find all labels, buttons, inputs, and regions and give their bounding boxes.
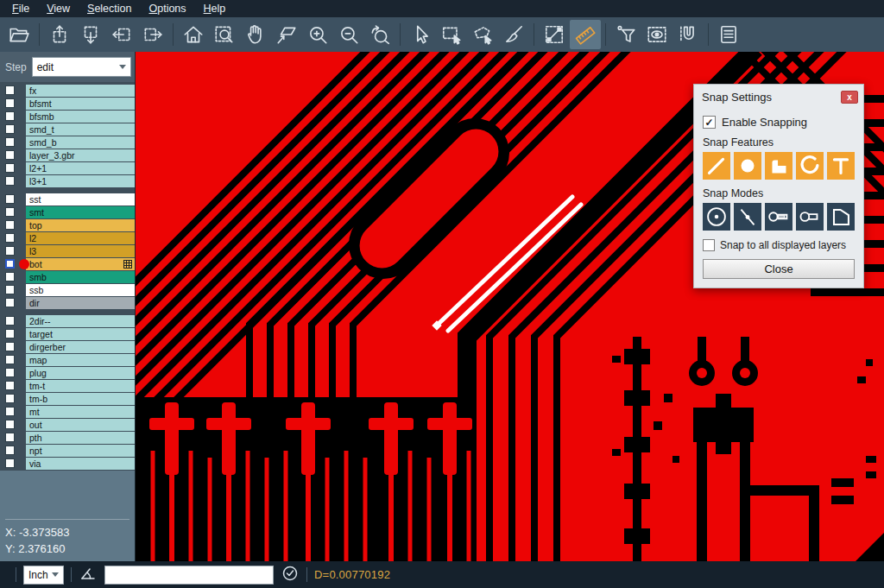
select-rectangle-button[interactable] [436, 20, 467, 49]
layer-name[interactable]: smt [26, 206, 135, 218]
layer-visibility-checkbox[interactable] [5, 407, 15, 416]
layer-visibility-checkbox[interactable] [5, 298, 15, 307]
close-icon[interactable]: x [841, 91, 858, 104]
layer-visibility-checkbox[interactable] [5, 458, 15, 468]
menu-file[interactable]: File [3, 1, 38, 16]
view-area-button[interactable] [641, 20, 672, 49]
layer-name[interactable]: bfsmt [26, 98, 135, 110]
layer-name[interactable]: npt [26, 445, 135, 457]
close-button[interactable]: Close [703, 259, 855, 279]
snap-feature-line-button[interactable] [703, 152, 730, 180]
snap-magnet-button[interactable] [672, 20, 704, 49]
layer-visibility-checkbox[interactable] [5, 316, 15, 326]
layer-visibility-checkbox[interactable] [5, 433, 15, 442]
pcb-canvas[interactable]: Snap Settings x ✓ Enable Snapping Snap F… [136, 52, 884, 561]
layer-name[interactable]: smd_t [26, 123, 135, 136]
layer-name[interactable]: l2 [26, 232, 135, 244]
scroll-right-button[interactable] [137, 20, 168, 49]
layer-row-target[interactable]: target [0, 328, 135, 340]
layer-name[interactable]: bfsmb [26, 111, 135, 123]
layer-row-ssb[interactable]: ssb [0, 284, 135, 296]
layer-row-out[interactable]: out [0, 419, 135, 431]
layer-name[interactable]: dir [26, 297, 135, 309]
layer-row-l2+1[interactable]: l2+1 [0, 162, 135, 174]
layer-row-bot[interactable]: bot [0, 258, 135, 270]
layer-row-smt[interactable]: smt [0, 206, 135, 218]
pan-hand-button[interactable] [240, 20, 271, 49]
snap-mode-center-button[interactable] [703, 203, 730, 231]
layer-visibility-checkbox[interactable] [5, 381, 15, 390]
layer-visibility-checkbox[interactable] [5, 355, 15, 364]
layer-row-smd_t[interactable]: smd_t [0, 123, 135, 136]
clean-selection-button[interactable] [498, 20, 529, 49]
layer-name[interactable]: tm-b [26, 393, 135, 405]
step-select[interactable]: edit [32, 57, 131, 77]
layer-visibility-checkbox[interactable] [5, 124, 15, 134]
layer-row-smd_b[interactable]: smd_b [0, 136, 135, 149]
enable-snapping-checkbox[interactable]: ✓ [703, 116, 716, 129]
layer-visibility-checkbox[interactable] [5, 394, 15, 403]
layer-visibility-checkbox[interactable] [5, 342, 15, 351]
scroll-left-button[interactable] [106, 20, 137, 49]
layer-row-map[interactable]: map [0, 354, 135, 366]
layer-row-pth[interactable]: pth [0, 432, 135, 444]
layer-visibility-checkbox[interactable] [5, 176, 15, 186]
zoom-out-button[interactable] [333, 20, 364, 49]
layer-name[interactable]: smd_b [26, 136, 135, 149]
layer-visibility-checkbox[interactable] [5, 194, 15, 204]
dialog-titlebar[interactable]: Snap Settings x [694, 85, 863, 109]
layer-name[interactable]: l2+1 [26, 162, 135, 174]
layer-name[interactable]: sst [26, 193, 135, 205]
layer-row-dirgerber[interactable]: dirgerber [0, 341, 135, 353]
scroll-down-button[interactable] [75, 20, 106, 49]
layer-visibility-checkbox[interactable] [5, 233, 15, 243]
layer-row-2dir--[interactable]: 2dir-- [0, 315, 135, 327]
measure-distance-button[interactable] [539, 20, 570, 49]
layer-visibility-checkbox[interactable] [5, 259, 15, 269]
layer-name[interactable]: mt [26, 406, 135, 418]
snap-toggle-icon[interactable] [281, 564, 300, 586]
snap-feature-pad-button[interactable] [734, 152, 761, 180]
layer-row-via[interactable]: via [0, 458, 135, 470]
zoom-in-button[interactable] [302, 20, 333, 49]
layer-visibility-checkbox[interactable] [5, 446, 15, 455]
layer-name[interactable]: target [26, 328, 135, 340]
grid-icon[interactable] [123, 260, 132, 269]
snap-feature-surface-button[interactable] [765, 152, 792, 180]
layer-name[interactable]: layer_3.gbr [26, 149, 135, 161]
layer-visibility-checkbox[interactable] [5, 420, 15, 429]
open-project-button[interactable] [3, 20, 35, 49]
active-layer-color-dot[interactable] [19, 259, 29, 269]
snap-all-layers-row[interactable]: Snap to all displayed layers [703, 239, 855, 251]
layer-name[interactable]: ssb [26, 284, 135, 296]
layer-name[interactable]: tm-t [26, 380, 135, 392]
layer-row-fx[interactable]: fx [0, 85, 135, 97]
layer-name[interactable]: out [26, 419, 135, 431]
layer-row-plug[interactable]: plug [0, 367, 135, 379]
layer-row-sst[interactable]: sst [0, 193, 135, 205]
scroll-up-button[interactable] [44, 20, 75, 49]
snap-feature-text-button[interactable] [827, 152, 855, 180]
layer-row-l3[interactable]: l3 [0, 245, 135, 257]
layer-name[interactable]: dirgerber [26, 341, 135, 353]
layer-visibility-checkbox[interactable] [5, 246, 15, 256]
layer-name[interactable]: top [26, 219, 135, 231]
layer-row-mt[interactable]: mt [0, 406, 135, 418]
layer-visibility-checkbox[interactable] [5, 150, 15, 160]
layer-visibility-checkbox[interactable] [5, 329, 15, 338]
zoom-previous-button[interactable] [364, 20, 395, 49]
layer-row-top[interactable]: top [0, 219, 135, 231]
select-arrow-button[interactable] [405, 20, 436, 49]
snap-all-layers-checkbox[interactable] [703, 239, 715, 251]
layer-row-l2[interactable]: l2 [0, 232, 135, 244]
home-view-button[interactable] [178, 20, 209, 49]
layer-visibility-checkbox[interactable] [5, 272, 15, 281]
layer-name[interactable]: pth [26, 432, 135, 444]
layer-name[interactable]: map [26, 354, 135, 366]
layer-visibility-checkbox[interactable] [5, 220, 15, 230]
layer-visibility-checkbox[interactable] [5, 163, 15, 173]
layer-row-dir[interactable]: dir [0, 297, 135, 309]
layer-name[interactable]: l3 [26, 245, 135, 257]
layer-row-tm-t[interactable]: tm-t [0, 380, 135, 392]
layer-row-npt[interactable]: npt [0, 445, 135, 457]
